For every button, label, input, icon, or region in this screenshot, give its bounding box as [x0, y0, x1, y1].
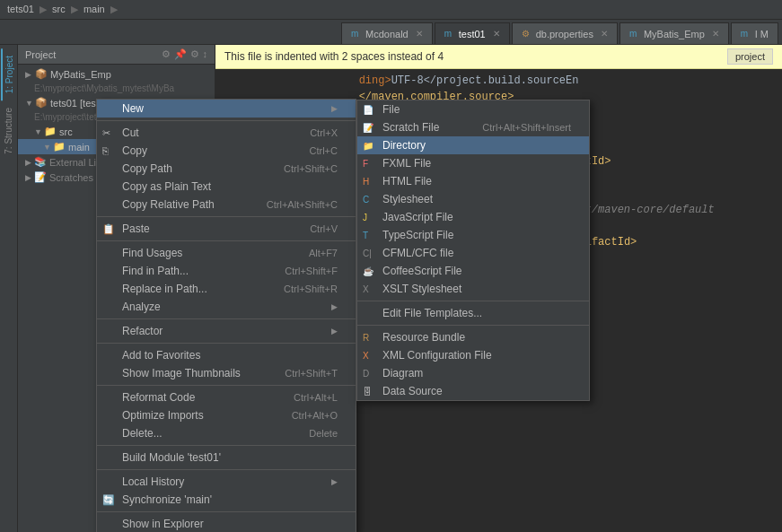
sidebar-icons: 1: Project 7: Structure [0, 45, 18, 532]
submenu-item-html[interactable]: H HTML File [357, 172, 589, 190]
context-menu-item-sync[interactable]: 🔄 Synchronize 'main' [97, 491, 356, 509]
title-path: tets01 ▶ src ▶ main ▶ [7, 4, 120, 15]
menu-label-show-explorer: Show in Explorer [122, 518, 204, 530]
submenu-label-html: HTML File [382, 175, 432, 188]
context-menu-item-new[interactable]: New [97, 100, 356, 118]
main-folder: main [83, 4, 105, 14]
panel-toolbar: ⚙ 📌 ⚙ ↕ [162, 48, 208, 60]
sep1: ▶ [40, 4, 49, 14]
tab-m2[interactable]: m I M [731, 22, 778, 44]
submenu-item-xslt[interactable]: X XSLT Stylesheet [357, 280, 589, 298]
context-menu-item-refactor[interactable]: Refactor [97, 322, 356, 340]
tab-icon-m2: m [741, 29, 751, 39]
submenu-item-xml-config[interactable]: X XML Configuration File [357, 346, 589, 364]
sep2: ▶ [71, 4, 81, 14]
submenu-label-fxml: FXML File [382, 157, 431, 170]
menu-sep-3 [97, 240, 356, 241]
context-menu-item-replace-path[interactable]: Replace in Path... Ctrl+Shift+R [97, 280, 356, 298]
tab-mybatis[interactable]: m MyBatis_Emp ✕ [619, 22, 729, 44]
tab-icon-test01: m [444, 29, 455, 39]
info-bar-button[interactable]: project [727, 48, 773, 65]
tree-item-mybatis[interactable]: ▶ 📦 MyBatis_Emp [18, 66, 215, 82]
tab-db-properties[interactable]: ⚙ db.properties ✕ [512, 22, 618, 44]
tab-close-test01[interactable]: ✕ [493, 29, 500, 39]
pin-icon[interactable]: 📌 [174, 48, 187, 60]
context-menu-item-find-usages[interactable]: Find Usages Alt+F7 [97, 244, 356, 262]
submenu-item-scratch[interactable]: 📝 Scratch File Ctrl+Alt+Shift+Insert [357, 118, 589, 136]
sidebar-panel-project[interactable]: 1: Project [1, 48, 16, 100]
xml-icon: X [363, 351, 369, 361]
sep3: ▶ [110, 4, 118, 14]
context-menu-item-find-path[interactable]: Find in Path... Ctrl+Shift+F [97, 262, 356, 280]
menu-label-delete: Delete... [122, 427, 163, 440]
diagram-icon: D [363, 369, 369, 379]
submenu-item-file[interactable]: 📄 File [357, 100, 589, 118]
menu-sep-8 [97, 469, 356, 470]
paste-icon: 📋 [102, 223, 115, 235]
panel-header: Project ⚙ 📌 ⚙ ↕ [18, 45, 215, 65]
menu-shortcut-replace-path: Ctrl+Shift+R [284, 283, 338, 294]
submenu-item-cfml[interactable]: C| CFML/CFC file [357, 244, 589, 262]
tab-test01[interactable]: m test01 ✕ [435, 22, 510, 44]
context-menu-item-add-favorites[interactable]: Add to Favorites [97, 346, 356, 364]
context-menu-item-copy-relative[interactable]: Copy Relative Path Ctrl+Alt+Shift+C [97, 196, 356, 214]
context-menu-item-delete[interactable]: Delete... Delete [97, 424, 356, 442]
tab-close-db[interactable]: ✕ [601, 29, 608, 39]
folder-icon-src: 📁 [44, 126, 57, 137]
submenu-shortcut-scratch: Ctrl+Alt+Shift+Insert [482, 122, 571, 133]
menu-label-cut: Cut [122, 126, 139, 139]
submenu-item-ts[interactable]: T TypeScript File [357, 226, 589, 244]
menu-label-find-path: Find in Path... [122, 265, 189, 277]
context-menu-item-thumbnails[interactable]: Show Image Thumbnails Ctrl+Shift+T [97, 364, 356, 382]
menu-shortcut-reformat: Ctrl+Alt+L [294, 392, 338, 403]
tab-close-mybatis[interactable]: ✕ [712, 29, 719, 39]
submenu-item-fxml[interactable]: F FXML File [357, 154, 589, 172]
menu-label-sync: Synchronize 'main' [122, 493, 212, 506]
submenu-item-diagram[interactable]: D Diagram [357, 364, 589, 382]
settings-icon[interactable]: ⚙ [162, 48, 171, 60]
menu-label-history: Local History [122, 475, 184, 488]
context-menu-item-analyze[interactable]: Analyze [97, 298, 356, 316]
tab-icon-mcdonald: m [351, 29, 362, 39]
context-menu-item-build[interactable]: Build Module 'test01' [97, 449, 356, 467]
tree-arrow-external: ▶ [25, 158, 31, 167]
submenu-item-directory[interactable]: 📁 Directory [357, 136, 589, 154]
context-menu-item-history[interactable]: Local History [97, 473, 356, 491]
context-menu-item-copy-path[interactable]: Copy Path Ctrl+Shift+C [97, 160, 356, 178]
context-menu-item-copy[interactable]: ⎘ Copy Ctrl+C [97, 142, 356, 160]
submenu-item-datasource[interactable]: 🗄 Data Source [357, 382, 589, 400]
context-menu-item-optimize[interactable]: Optimize Imports Ctrl+Alt+O [97, 406, 356, 424]
menu-label-refactor: Refactor [122, 325, 163, 337]
submenu-item-edit-templates[interactable]: Edit File Templates... [357, 304, 589, 322]
js-icon: J [363, 213, 367, 222]
submenu-label-resource-bundle: Resource Bundle [382, 331, 465, 344]
submenu-item-resource-bundle[interactable]: R Resource Bundle [357, 328, 589, 346]
tree-arrow-src: ▼ [34, 127, 41, 136]
submenu-item-stylesheet[interactable]: C Stylesheet [357, 190, 589, 208]
context-menu-item-paste[interactable]: 📋 Paste Ctrl+V [97, 220, 356, 238]
gear-icon[interactable]: ⚙ [190, 48, 199, 60]
submenu-item-coffee[interactable]: ☕ CoffeeScript File [357, 262, 589, 280]
tab-mcdonald[interactable]: m Mcdonald ✕ [341, 22, 433, 44]
context-menu-item-copy-plain[interactable]: Copy as Plain Text [97, 178, 356, 196]
sidebar-panel-structure[interactable]: 7: Structure [2, 100, 15, 161]
menu-shortcut-optimize: Ctrl+Alt+O [292, 410, 338, 421]
expand-icon[interactable]: ↕ [203, 48, 208, 60]
menu-label-reformat: Reformat Code [122, 391, 195, 404]
tab-label-m2: I M [755, 29, 769, 39]
coffee-icon: ☕ [363, 266, 373, 276]
submenu-label-ts: TypeScript File [382, 229, 453, 241]
context-menu-item-cut[interactable]: ✂ Cut Ctrl+X [97, 124, 356, 142]
scratch-icon: 📝 [34, 171, 47, 183]
line-num-1 [215, 73, 242, 89]
context-menu-item-reformat[interactable]: Reformat Code Ctrl+Alt+L [97, 388, 356, 406]
tab-close-mcdonald[interactable]: ✕ [416, 29, 423, 39]
title-bar: tets01 ▶ src ▶ main ▶ [0, 0, 782, 20]
submenu-label-xslt: XSLT Stylesheet [382, 283, 461, 295]
menu-shortcut-find-path: Ctrl+Shift+F [285, 266, 338, 276]
menu-label-add-favorites: Add to Favorites [122, 349, 200, 362]
submenu-item-js[interactable]: J JavaScript File [357, 208, 589, 226]
context-menu-item-show-explorer[interactable]: Show in Explorer [97, 515, 356, 532]
tab-icon-db: ⚙ [522, 29, 532, 39]
file-icon: 📄 [363, 105, 373, 115]
